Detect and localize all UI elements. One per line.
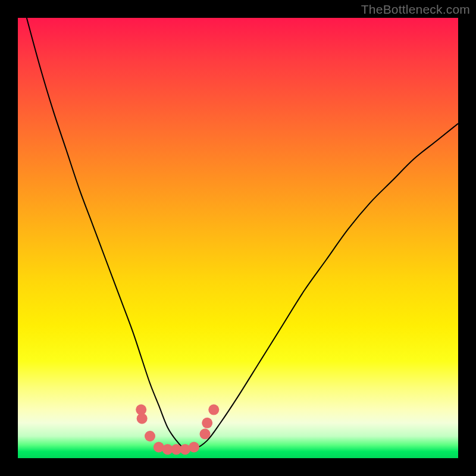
marker-dot bbox=[202, 418, 212, 428]
plot-area bbox=[18, 18, 458, 458]
bottleneck-curve bbox=[27, 18, 458, 450]
marker-dot bbox=[137, 413, 148, 424]
watermark-text: TheBottleneck.com bbox=[361, 2, 470, 17]
chart-frame: TheBottleneck.com bbox=[0, 0, 476, 476]
curve-svg bbox=[18, 18, 458, 458]
marker-dot bbox=[145, 431, 155, 441]
curve-path bbox=[27, 18, 458, 450]
marker-dot bbox=[208, 405, 219, 415]
marker-group bbox=[136, 405, 219, 455]
marker-dot bbox=[189, 442, 199, 453]
marker-dot bbox=[200, 428, 211, 439]
